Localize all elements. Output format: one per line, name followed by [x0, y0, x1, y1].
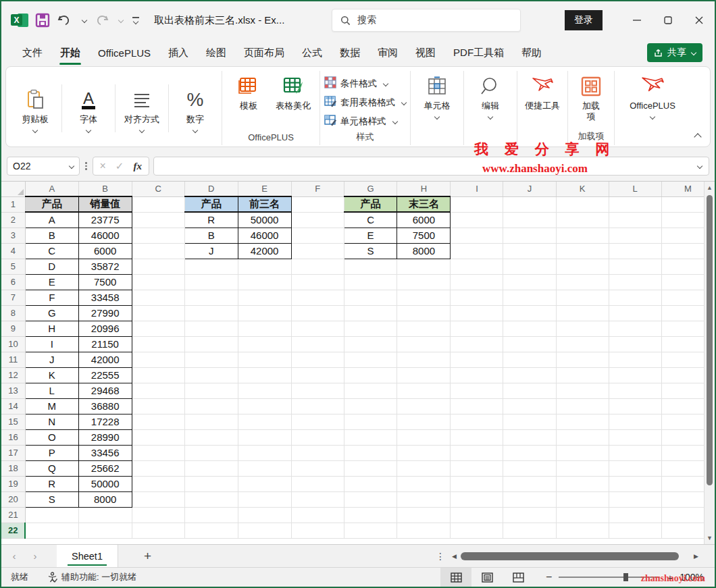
cell-K17[interactable] [556, 445, 609, 460]
addins-button[interactable]: 加载项 [572, 71, 610, 122]
prev-sheet-icon[interactable]: ‹ [1, 550, 27, 562]
column-header-G[interactable]: G [344, 182, 397, 196]
cell-G20[interactable] [344, 491, 397, 507]
cell-L16[interactable] [609, 429, 661, 445]
cell-K14[interactable] [556, 398, 609, 414]
cell-K21[interactable] [556, 507, 609, 523]
cell-E22[interactable] [238, 523, 291, 538]
ribbon-tab-审阅[interactable]: 审阅 [369, 41, 407, 65]
cell-J8[interactable] [503, 305, 556, 321]
cell-K10[interactable] [556, 336, 609, 352]
cell-K5[interactable] [556, 259, 609, 274]
cell-C15[interactable] [132, 414, 184, 429]
cell-B22[interactable] [78, 523, 132, 538]
cell-E19[interactable] [238, 476, 291, 491]
cell-E4[interactable]: 42000 [238, 243, 291, 259]
cell-C14[interactable] [132, 398, 184, 414]
cell-G11[interactable] [344, 352, 397, 367]
cell-H15[interactable] [397, 414, 451, 429]
cell-K1[interactable] [556, 196, 609, 212]
ribbon-tab-PDF工具箱[interactable]: PDF工具箱 [444, 41, 513, 65]
zoom-slider-thumb[interactable] [623, 573, 628, 581]
vertical-scrollbar[interactable]: ▲ ▼ [704, 182, 715, 544]
cell-D16[interactable] [184, 429, 238, 445]
cell-H11[interactable] [397, 352, 451, 367]
cell-B20[interactable]: 8000 [78, 491, 132, 507]
cell-H14[interactable] [397, 398, 451, 414]
cell-A22[interactable] [25, 523, 78, 538]
row-header-1[interactable]: 1 [1, 196, 25, 212]
cell-A17[interactable]: P [25, 445, 78, 460]
column-header-L[interactable]: L [609, 182, 661, 196]
row-header-4[interactable]: 4 [1, 243, 25, 259]
cell-L22[interactable] [609, 523, 661, 538]
cell-C8[interactable] [132, 305, 184, 321]
cell-E14[interactable] [238, 398, 291, 414]
cell-F21[interactable] [291, 507, 344, 523]
row-header-7[interactable]: 7 [1, 290, 25, 305]
cell-D2[interactable]: R [184, 212, 238, 228]
column-header-A[interactable]: A [25, 182, 78, 196]
cell-D14[interactable] [184, 398, 238, 414]
cell-F17[interactable] [291, 445, 344, 460]
cell-L2[interactable] [609, 212, 661, 228]
cell-F16[interactable] [291, 429, 344, 445]
cell-H12[interactable] [397, 367, 451, 383]
cell-B10[interactable]: 21150 [78, 336, 132, 352]
column-header-H[interactable]: H [397, 182, 451, 196]
cell-G16[interactable] [344, 429, 397, 445]
cell-F12[interactable] [291, 367, 344, 383]
cell-B11[interactable]: 42000 [78, 352, 132, 367]
column-header-C[interactable]: C [132, 182, 184, 196]
horizontal-scrollbar[interactable]: ◀ ▶ [452, 552, 698, 561]
sheet-tab-sheet1[interactable]: Sheet1 [57, 545, 118, 567]
cell-F13[interactable] [291, 383, 344, 398]
cell-D21[interactable] [184, 507, 238, 523]
cell-H9[interactable] [397, 321, 451, 336]
cell-G8[interactable] [344, 305, 397, 321]
ribbon-tab-公式[interactable]: 公式 [293, 41, 331, 65]
cell-E6[interactable] [238, 274, 291, 290]
cell-L8[interactable] [609, 305, 661, 321]
cell-E18[interactable] [238, 460, 291, 476]
cell-E17[interactable] [238, 445, 291, 460]
cell-E3[interactable]: 46000 [238, 228, 291, 243]
cell-J11[interactable] [503, 352, 556, 367]
cell-I13[interactable] [451, 383, 503, 398]
cell-B1[interactable]: 销量值 [78, 196, 132, 212]
cell-I10[interactable] [451, 336, 503, 352]
cell-D7[interactable] [184, 290, 238, 305]
row-header-9[interactable]: 9 [1, 321, 25, 336]
cell-B8[interactable]: 27990 [78, 305, 132, 321]
cell-H13[interactable] [397, 383, 451, 398]
cell-B17[interactable]: 33456 [78, 445, 132, 460]
cell-F7[interactable] [291, 290, 344, 305]
cell-I15[interactable] [451, 414, 503, 429]
name-box-dropdown-icon[interactable] [69, 163, 74, 169]
cell-I7[interactable] [451, 290, 503, 305]
cell-F11[interactable] [291, 352, 344, 367]
cell-A15[interactable]: N [25, 414, 78, 429]
cell-F22[interactable] [291, 523, 344, 538]
ribbon-tab-开始[interactable]: 开始 [51, 41, 89, 65]
cell-I18[interactable] [451, 460, 503, 476]
cell-A20[interactable]: S [25, 491, 78, 507]
page-layout-view-button[interactable] [471, 568, 503, 587]
cell-B2[interactable]: 23775 [78, 212, 132, 228]
cell-A11[interactable]: J [25, 352, 78, 367]
cell-F3[interactable] [291, 228, 344, 243]
cell-H19[interactable] [397, 476, 451, 491]
cell-G14[interactable] [344, 398, 397, 414]
cell-L20[interactable] [609, 491, 661, 507]
cell-B15[interactable]: 17228 [78, 414, 132, 429]
cell-E21[interactable] [238, 507, 291, 523]
cell-L13[interactable] [609, 383, 661, 398]
column-header-J[interactable]: J [503, 182, 556, 196]
cell-B5[interactable]: 35872 [78, 259, 132, 274]
cell-A12[interactable]: K [25, 367, 78, 383]
vertical-scroll-thumb[interactable] [707, 195, 713, 485]
cell-I12[interactable] [451, 367, 503, 383]
cell-L21[interactable] [609, 507, 661, 523]
row-header-5[interactable]: 5 [1, 259, 25, 274]
cell-B19[interactable]: 50000 [78, 476, 132, 491]
